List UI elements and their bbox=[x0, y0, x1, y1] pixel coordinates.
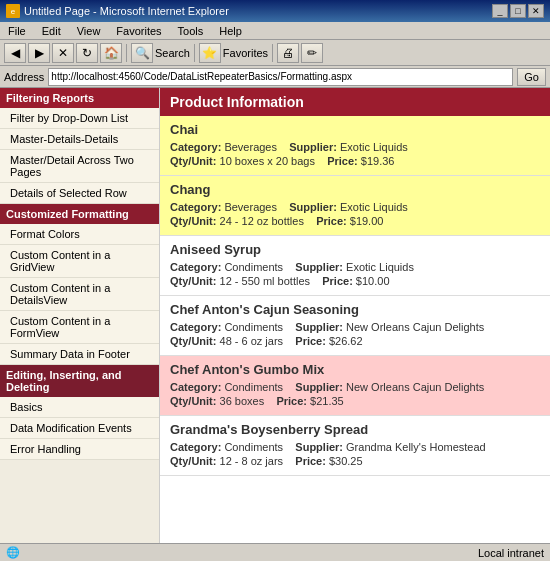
category-label: Category: bbox=[170, 141, 221, 153]
category-label: Category: bbox=[170, 441, 221, 453]
sidebar-item-error-handling[interactable]: Error Handling bbox=[0, 439, 159, 460]
qty-label: Qty/Unit: bbox=[170, 275, 216, 287]
status-icon: 🌐 bbox=[6, 546, 20, 559]
product-name: Chef Anton's Cajun Seasoning bbox=[170, 302, 540, 317]
separator-1 bbox=[126, 44, 127, 62]
sidebar-item-basics[interactable]: Basics bbox=[0, 397, 159, 418]
minimize-button[interactable]: _ bbox=[492, 4, 508, 18]
status-bar: 🌐 Local intranet bbox=[0, 543, 550, 561]
edit-button[interactable]: ✏ bbox=[301, 43, 323, 63]
stop-button[interactable]: ✕ bbox=[52, 43, 74, 63]
content-area: Product Information Chai Category: Bever… bbox=[160, 88, 550, 543]
menu-file[interactable]: File bbox=[4, 24, 30, 38]
back-button[interactable]: ◀ bbox=[4, 43, 26, 63]
category-label: Category: bbox=[170, 261, 221, 273]
address-label: Address bbox=[4, 71, 44, 83]
sidebar-item-details-selected-row[interactable]: Details of Selected Row bbox=[0, 183, 159, 204]
qty-label: Qty/Unit: bbox=[170, 215, 216, 227]
main-area: Filtering Reports Filter by Drop-Down Li… bbox=[0, 88, 550, 543]
sidebar: Filtering Reports Filter by Drop-Down Li… bbox=[0, 88, 160, 543]
sidebar-item-master-details-details[interactable]: Master-Details-Details bbox=[0, 129, 159, 150]
product-item: Aniseed Syrup Category: Condiments Suppl… bbox=[160, 236, 550, 296]
app-icon: e bbox=[6, 4, 20, 18]
product-item: Grandma's Boysenberry Spread Category: C… bbox=[160, 416, 550, 476]
qty-label: Qty/Unit: bbox=[170, 395, 216, 407]
window-title: Untitled Page - Microsoft Internet Explo… bbox=[24, 5, 229, 17]
product-category-supplier: Category: Condiments Supplier: Grandma K… bbox=[170, 441, 540, 453]
refresh-button[interactable]: ↻ bbox=[76, 43, 98, 63]
price-label: Price: bbox=[276, 395, 307, 407]
search-button[interactable]: 🔍 bbox=[131, 43, 153, 63]
product-qty-price: Qty/Unit: 12 - 8 oz jars Price: $30.25 bbox=[170, 455, 540, 467]
toolbar: ◀ ▶ ✕ ↻ 🏠 🔍 Search ⭐ Favorites 🖨 ✏ bbox=[0, 40, 550, 66]
sidebar-item-filter-dropdown[interactable]: Filter by Drop-Down List bbox=[0, 108, 159, 129]
sidebar-item-custom-formview[interactable]: Custom Content in a FormView bbox=[0, 311, 159, 344]
menu-view[interactable]: View bbox=[73, 24, 105, 38]
category-label: Category: bbox=[170, 381, 221, 393]
supplier-label: Supplier: bbox=[289, 141, 337, 153]
favorites-button[interactable]: ⭐ bbox=[199, 43, 221, 63]
product-category-supplier: Category: Beverages Supplier: Exotic Liq… bbox=[170, 201, 540, 213]
separator-2 bbox=[194, 44, 195, 62]
qty-label: Qty/Unit: bbox=[170, 335, 216, 347]
product-item: Chai Category: Beverages Supplier: Exoti… bbox=[160, 116, 550, 176]
product-qty-price: Qty/Unit: 12 - 550 ml bottles Price: $10… bbox=[170, 275, 540, 287]
search-label: Search bbox=[155, 47, 190, 59]
product-category-supplier: Category: Beverages Supplier: Exotic Liq… bbox=[170, 141, 540, 153]
product-category-supplier: Category: Condiments Supplier: Exotic Li… bbox=[170, 261, 540, 273]
supplier-label: Supplier: bbox=[295, 261, 343, 273]
sidebar-item-custom-detailsview[interactable]: Custom Content in a DetailsView bbox=[0, 278, 159, 311]
qty-label: Qty/Unit: bbox=[170, 155, 216, 167]
product-category-supplier: Category: Condiments Supplier: New Orlea… bbox=[170, 381, 540, 393]
product-header: Product Information bbox=[160, 88, 550, 116]
product-category-supplier: Category: Condiments Supplier: New Orlea… bbox=[170, 321, 540, 333]
price-label: Price: bbox=[316, 215, 347, 227]
sidebar-item-format-colors[interactable]: Format Colors bbox=[0, 224, 159, 245]
category-label: Category: bbox=[170, 201, 221, 213]
maximize-button[interactable]: □ bbox=[510, 4, 526, 18]
title-bar-buttons[interactable]: _ □ ✕ bbox=[492, 4, 544, 18]
menu-bar: File Edit View Favorites Tools Help bbox=[0, 22, 550, 40]
supplier-label: Supplier: bbox=[295, 381, 343, 393]
sidebar-item-custom-gridview[interactable]: Custom Content in a GridView bbox=[0, 245, 159, 278]
sidebar-item-summary-data-footer[interactable]: Summary Data in Footer bbox=[0, 344, 159, 365]
menu-favorites[interactable]: Favorites bbox=[112, 24, 165, 38]
forward-button[interactable]: ▶ bbox=[28, 43, 50, 63]
product-qty-price: Qty/Unit: 24 - 12 oz bottles Price: $19.… bbox=[170, 215, 540, 227]
address-bar: Address Go bbox=[0, 66, 550, 88]
product-item: Chang Category: Beverages Supplier: Exot… bbox=[160, 176, 550, 236]
sidebar-section-filtering[interactable]: Filtering Reports bbox=[0, 88, 159, 108]
price-label: Price: bbox=[295, 455, 326, 467]
supplier-label: Supplier: bbox=[295, 321, 343, 333]
supplier-label: Supplier: bbox=[295, 441, 343, 453]
favorites-label: Favorites bbox=[223, 47, 268, 59]
print-button[interactable]: 🖨 bbox=[277, 43, 299, 63]
menu-edit[interactable]: Edit bbox=[38, 24, 65, 38]
price-label: Price: bbox=[327, 155, 358, 167]
sidebar-item-master-detail-two-pages[interactable]: Master/Detail Across Two Pages bbox=[0, 150, 159, 183]
supplier-label: Supplier: bbox=[289, 201, 337, 213]
go-button[interactable]: Go bbox=[517, 68, 546, 86]
separator-3 bbox=[272, 44, 273, 62]
product-name: Chang bbox=[170, 182, 540, 197]
product-name: Aniseed Syrup bbox=[170, 242, 540, 257]
menu-help[interactable]: Help bbox=[215, 24, 246, 38]
product-item: Chef Anton's Cajun Seasoning Category: C… bbox=[160, 296, 550, 356]
close-button[interactable]: ✕ bbox=[528, 4, 544, 18]
sidebar-section-customized[interactable]: Customized Formatting bbox=[0, 204, 159, 224]
sidebar-section-editing[interactable]: Editing, Inserting, and Deleting bbox=[0, 365, 159, 397]
product-qty-price: Qty/Unit: 10 boxes x 20 bags Price: $19.… bbox=[170, 155, 540, 167]
status-text: Local intranet bbox=[478, 547, 544, 559]
product-qty-price: Qty/Unit: 48 - 6 oz jars Price: $26.62 bbox=[170, 335, 540, 347]
product-name: Chai bbox=[170, 122, 540, 137]
sidebar-item-data-modification[interactable]: Data Modification Events bbox=[0, 418, 159, 439]
product-name: Grandma's Boysenberry Spread bbox=[170, 422, 540, 437]
category-label: Category: bbox=[170, 321, 221, 333]
price-label: Price: bbox=[322, 275, 353, 287]
menu-tools[interactable]: Tools bbox=[174, 24, 208, 38]
product-name: Chef Anton's Gumbo Mix bbox=[170, 362, 540, 377]
home-button[interactable]: 🏠 bbox=[100, 43, 122, 63]
product-qty-price: Qty/Unit: 36 boxes Price: $21.35 bbox=[170, 395, 540, 407]
price-label: Price: bbox=[295, 335, 326, 347]
address-input[interactable] bbox=[48, 68, 513, 86]
